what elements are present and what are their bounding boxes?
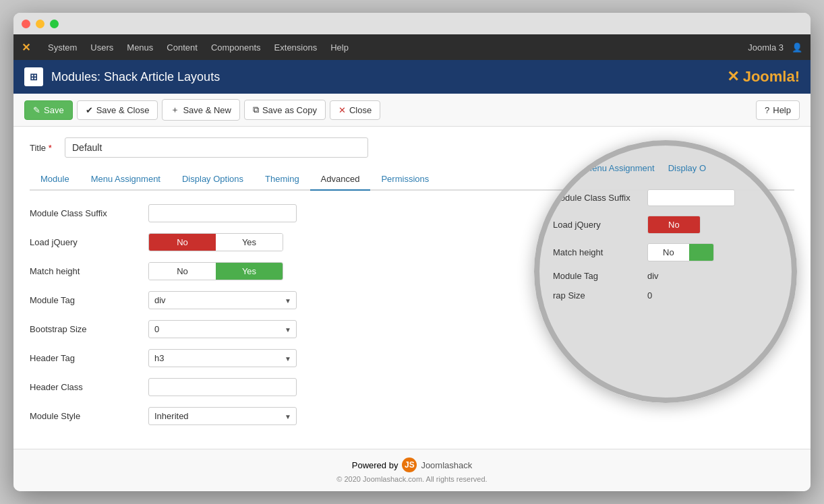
magnifier-content: ule Menu Assignment Display O Module Cla… xyxy=(539,146,792,398)
title-label: Title * xyxy=(30,143,57,153)
minimize-btn[interactable] xyxy=(36,20,45,28)
mag-load-jquery-label: Load jQuery xyxy=(553,220,641,230)
nav-system[interactable]: System xyxy=(41,34,84,60)
joomla-nav-logo: ✕ xyxy=(22,41,30,54)
header-class-label: Header Class xyxy=(30,382,138,392)
magnifier-tabs: ule Menu Assignment Display O xyxy=(553,159,785,179)
toolbar-right: ? Help xyxy=(756,100,800,120)
nav-extensions[interactable]: Extensions xyxy=(268,34,324,60)
nav-users[interactable]: Users xyxy=(84,34,120,60)
bootstrap-size-select[interactable]: 0 xyxy=(148,320,297,338)
mag-tab-module: ule xyxy=(553,159,578,179)
top-navigation: ✕ System Users Menus Content Components … xyxy=(13,34,811,60)
save-copy-button[interactable]: ⧉ Save as Copy xyxy=(244,100,326,120)
load-jquery-no[interactable]: No xyxy=(149,234,216,251)
load-jquery-label: Load jQuery xyxy=(30,237,138,247)
mag-module-class-input xyxy=(647,189,735,206)
mag-tab-display: Display O xyxy=(661,159,713,179)
joomla-brand-logo: ✕ Joomla! xyxy=(727,68,800,85)
module-style-select[interactable]: Inherited xyxy=(148,407,297,425)
title-input[interactable] xyxy=(65,137,368,158)
mag-match-height-label: Match height xyxy=(553,247,641,257)
module-style-row: Module Style Inherited ▼ xyxy=(30,407,794,425)
load-jquery-toggle[interactable]: No Yes xyxy=(148,233,283,251)
plus-icon: ＋ xyxy=(171,104,179,116)
save-button[interactable]: ✎ Save xyxy=(24,100,73,120)
load-jquery-yes[interactable]: Yes xyxy=(216,234,283,251)
main-content: Title * Module Menu Assignment Display O… xyxy=(13,127,811,449)
joomla-version: Joomla 3 xyxy=(748,42,784,53)
mag-match-height-row: Match height No xyxy=(553,243,785,261)
header-tag-select-wrap: h3 ▼ xyxy=(148,349,297,367)
toolbar: ✎ Save ✔ Save & Close ＋ Save & New ⧉ Sav… xyxy=(13,94,811,127)
nav-menus[interactable]: Menus xyxy=(120,34,160,60)
match-height-yes[interactable]: Yes xyxy=(216,263,283,280)
mag-tab-menu: Menu Assignment xyxy=(578,159,661,179)
nav-components[interactable]: Components xyxy=(204,34,268,60)
match-height-no[interactable]: No xyxy=(149,263,216,280)
mag-module-class-row: Module Class Suffix xyxy=(553,189,785,206)
check-icon: ✔ xyxy=(86,105,93,115)
tab-display-options[interactable]: Display Options xyxy=(171,168,254,191)
tab-permissions[interactable]: Permissions xyxy=(370,168,440,191)
copy-icon: ⧉ xyxy=(253,104,259,115)
mag-bootstrap-size-label: rap Size xyxy=(553,290,641,301)
x-icon: ✕ xyxy=(339,105,346,115)
save-icon: ✎ xyxy=(33,105,40,115)
titlebar xyxy=(13,13,811,34)
module-tag-label: Module Tag xyxy=(30,295,138,305)
match-height-label: Match height xyxy=(30,266,138,276)
maximize-btn[interactable] xyxy=(50,20,59,28)
module-style-select-wrap: Inherited ▼ xyxy=(148,407,297,425)
joomlashack-icon: JS xyxy=(402,458,417,472)
question-icon: ? xyxy=(765,105,769,115)
module-class-suffix-input[interactable] xyxy=(148,204,297,222)
mag-load-jquery-row: Load jQuery No xyxy=(553,216,785,234)
match-height-toggle[interactable]: No Yes xyxy=(148,262,283,280)
header-tag-label: Header Tag xyxy=(30,353,138,363)
header-bar: ⊞ Modules: Shack Article Layouts ✕ Jooml… xyxy=(13,60,811,94)
close-btn[interactable] xyxy=(22,20,30,28)
module-class-suffix-label: Module Class Suffix xyxy=(30,208,138,218)
nav-help[interactable]: Help xyxy=(324,34,355,60)
header-class-input[interactable] xyxy=(148,378,297,396)
tab-menu-assignment[interactable]: Menu Assignment xyxy=(80,168,171,191)
save-new-button[interactable]: ＋ Save & New xyxy=(162,99,240,121)
mag-match-height-no: No xyxy=(648,244,689,261)
topnav-right: Joomla 3 👤 xyxy=(748,42,802,53)
mag-bootstrap-size-row: rap Size 0 xyxy=(553,290,785,301)
user-icon[interactable]: 👤 xyxy=(792,42,802,53)
mag-bootstrap-size-value: 0 xyxy=(647,290,652,301)
close-button[interactable]: ✕ Close xyxy=(330,100,380,120)
mag-module-tag-row: Module Tag div xyxy=(553,271,785,281)
footer: Powered by JS Joomlashack © 2020 Joomlas… xyxy=(13,449,811,491)
save-close-button[interactable]: ✔ Save & Close xyxy=(77,100,158,120)
mag-module-tag-label: Module Tag xyxy=(553,271,641,281)
mag-match-height-yes xyxy=(689,244,713,261)
tab-advanced[interactable]: Advanced xyxy=(310,168,371,191)
module-tag-select-wrap: div ▼ xyxy=(148,291,297,309)
header-right: ✕ Joomla! xyxy=(727,68,800,86)
footer-logo: Powered by JS Joomlashack xyxy=(22,458,802,472)
mag-load-jquery-no: No xyxy=(648,216,700,233)
powered-by-text: Powered by xyxy=(352,460,399,470)
module-style-label: Module Style xyxy=(30,411,138,421)
mag-module-class-label: Module Class Suffix xyxy=(553,193,641,203)
footer-copyright: © 2020 Joomlashack.com. All rights reser… xyxy=(22,475,802,483)
footer-brand: Joomlashack xyxy=(421,460,472,470)
bootstrap-size-label: Bootstrap Size xyxy=(30,324,138,334)
magnifier-overlay: ule Menu Assignment Display O Module Cla… xyxy=(534,140,797,403)
module-tag-select[interactable]: div xyxy=(148,291,297,309)
page-title: Modules: Shack Article Layouts xyxy=(51,70,220,84)
help-button[interactable]: ? Help xyxy=(756,100,800,120)
header-tag-select[interactable]: h3 xyxy=(148,349,297,367)
bootstrap-size-select-wrap: 0 ▼ xyxy=(148,320,297,338)
mag-module-tag-value: div xyxy=(647,271,659,281)
tab-theming[interactable]: Theming xyxy=(254,168,310,191)
module-icon: ⊞ xyxy=(24,67,43,86)
nav-content[interactable]: Content xyxy=(160,34,204,60)
tab-module[interactable]: Module xyxy=(30,168,80,191)
